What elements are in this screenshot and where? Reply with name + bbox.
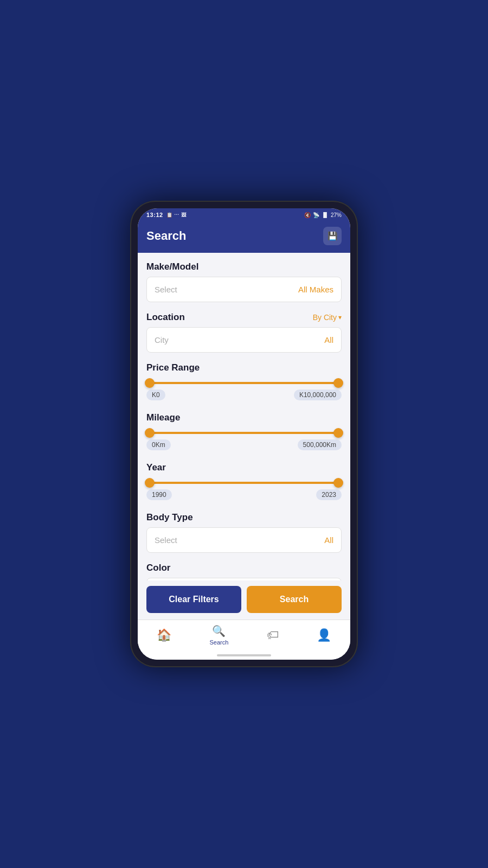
nav-search[interactable]: 🔍 Search (209, 624, 228, 646)
city-value: All (324, 335, 333, 344)
by-city-button[interactable]: By City ▾ (313, 313, 342, 322)
year-min-thumb[interactable] (145, 478, 155, 488)
mileage-section: Mileage 0Km 500,000Km (146, 412, 342, 452)
chevron-down-icon: ▾ (338, 314, 342, 321)
color-label: Color (146, 563, 342, 573)
make-model-placeholder: Select (155, 285, 177, 294)
location-section: Location By City ▾ City All (146, 312, 342, 353)
home-icon: 🏠 (157, 628, 171, 642)
city-select[interactable]: City All (146, 327, 342, 353)
status-bar: 13:12 📋 ⋯ 🖼 🔇 📡 ▐▌ 27% (138, 208, 350, 221)
search-nav-label: Search (209, 639, 228, 646)
search-nav-icon: 🔍 (212, 624, 226, 637)
price-range-label: Price Range (146, 362, 342, 373)
by-city-text: By City (313, 313, 337, 322)
save-icon: 💾 (328, 231, 338, 241)
year-label: Year (146, 462, 342, 473)
make-model-select[interactable]: Select All Makes (146, 277, 342, 302)
city-placeholder: City (155, 335, 169, 344)
nav-tags[interactable]: 🏷 (267, 628, 279, 642)
home-bar (217, 654, 271, 656)
app-icons: 📋 ⋯ 🖼 (166, 212, 187, 218)
price-range-section: Price Range K0 K10,000,000 (146, 362, 342, 403)
action-buttons: Clear Filters Search (138, 580, 350, 620)
clear-filters-button[interactable]: Clear Filters (146, 586, 241, 613)
year-fill (150, 482, 338, 484)
mileage-labels: 0Km 500,000Km (146, 439, 342, 450)
body-type-value: All (324, 535, 333, 545)
mileage-min-thumb[interactable] (145, 428, 155, 438)
nav-profile[interactable]: 👤 (317, 628, 331, 642)
phone-screen: 13:12 📋 ⋯ 🖼 🔇 📡 ▐▌ 27% Search 💾 Make/Mod… (138, 208, 350, 660)
year-min-label: 1990 (146, 489, 172, 500)
price-fill (150, 382, 338, 384)
signal-icon: ▐▌ (322, 212, 329, 218)
app-header: Search 💾 (138, 221, 350, 253)
body-type-select[interactable]: Select All (146, 527, 342, 553)
year-max-thumb[interactable] (333, 478, 343, 488)
phone-frame: 13:12 📋 ⋯ 🖼 🔇 📡 ▐▌ 27% Search 💾 Make/Mod… (130, 201, 358, 667)
make-model-value: All Makes (298, 285, 333, 294)
year-track (150, 482, 338, 484)
year-section: Year 1990 2023 (146, 462, 342, 502)
time-display: 13:12 (146, 212, 163, 218)
home-indicator (138, 651, 350, 660)
mileage-min-label: 0Km (146, 439, 171, 450)
profile-icon: 👤 (317, 628, 331, 642)
make-model-label: Make/Model (146, 261, 342, 272)
price-labels: K0 K10,000,000 (146, 390, 342, 400)
main-content: Make/Model Select All Makes Location By … (138, 253, 350, 580)
mileage-slider[interactable]: 0Km 500,000Km (146, 427, 342, 452)
body-type-label: Body Type (146, 512, 342, 523)
price-slider[interactable]: K0 K10,000,000 (146, 378, 342, 403)
nav-home[interactable]: 🏠 (157, 628, 171, 642)
search-button[interactable]: Search (247, 586, 342, 613)
save-search-button[interactable]: 💾 (323, 227, 342, 245)
year-max-label: 2023 (316, 489, 342, 500)
mileage-fill (150, 432, 338, 434)
mileage-max-label: 500,000Km (298, 439, 342, 450)
tag-icon: 🏷 (267, 628, 279, 642)
make-model-section: Make/Model Select All Makes (146, 261, 342, 302)
year-labels: 1990 2023 (146, 489, 342, 500)
location-header: Location By City ▾ (146, 312, 342, 323)
body-type-section: Body Type Select All (146, 512, 342, 553)
system-icons: 🔇 📡 ▐▌ 27% (304, 212, 342, 218)
mileage-label: Mileage (146, 412, 342, 423)
color-section: Color Select All (146, 563, 342, 580)
price-max-thumb[interactable] (333, 378, 343, 388)
price-min-label: K0 (146, 390, 165, 400)
app-title: Search (146, 229, 186, 243)
bottom-nav: 🏠 🔍 Search 🏷 👤 (138, 620, 350, 651)
mute-icon: 🔇 (304, 212, 311, 218)
wifi-icon: 📡 (313, 212, 319, 218)
mileage-max-thumb[interactable] (333, 428, 343, 438)
price-min-thumb[interactable] (145, 378, 155, 388)
year-slider[interactable]: 1990 2023 (146, 477, 342, 502)
price-max-label: K10,000,000 (294, 390, 342, 400)
location-label: Location (146, 312, 185, 323)
price-track (150, 382, 338, 384)
battery-display: 27% (331, 212, 342, 218)
body-type-placeholder: Select (155, 535, 177, 545)
mileage-track (150, 432, 338, 434)
